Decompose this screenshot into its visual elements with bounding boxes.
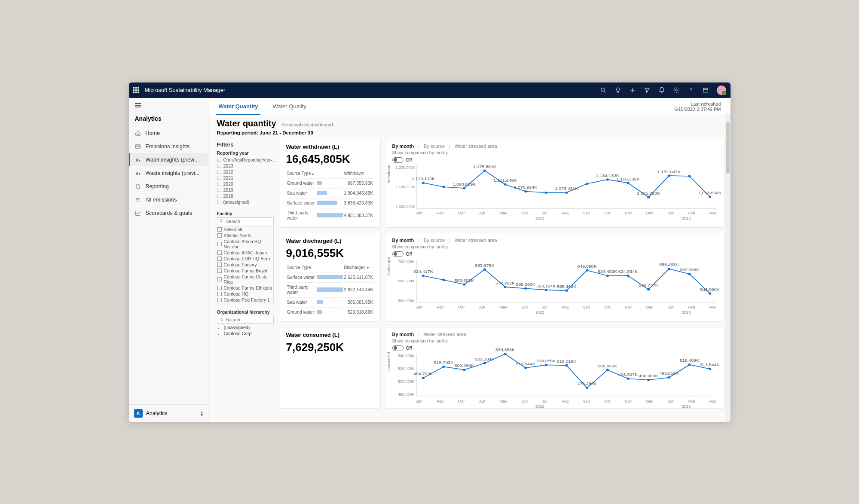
kpi-title: Water discharged (L) <box>286 238 374 244</box>
comparison-toggle[interactable]: Off <box>392 251 718 257</box>
point-label: 490,983K <box>639 373 658 378</box>
point-label: 513,544K <box>516 361 535 366</box>
plus-icon[interactable] <box>629 87 636 94</box>
point-label: 1,111,649K <box>493 178 517 182</box>
year-option-1[interactable]: 2023 <box>217 163 274 169</box>
facility-option-10[interactable]: Contoso Pod Factory 1 <box>217 297 273 303</box>
sidebar-item-5[interactable]: All emissions <box>129 193 208 206</box>
facility-list[interactable]: Select allAtlantic YardsContoso Africa H… <box>217 226 274 303</box>
sidebar-item-1[interactable]: Emissions insights <box>129 140 208 153</box>
facility-option-8[interactable]: Contoso Farms Ethiopia <box>217 285 273 291</box>
source-table: Source Type ▴Withdrawn Ground water997,5… <box>286 170 374 223</box>
facility-option-9[interactable]: Contoso HQ <box>217 291 273 297</box>
sidebar-item-0[interactable]: Home <box>129 126 208 140</box>
facility-option-4[interactable]: Contoso EUR HQ Bern <box>217 256 273 262</box>
user-avatar[interactable] <box>717 86 726 95</box>
org-item-1[interactable]: ⌄Contoso Corp <box>217 330 274 336</box>
reporting-period: Reporting period: June 21 - December 30 <box>217 130 722 135</box>
year-option-2[interactable]: 2022 <box>217 169 274 175</box>
sidebar-item-6[interactable]: Scorecards & goals <box>129 206 208 220</box>
data-point <box>627 377 629 379</box>
svg-point-0 <box>601 88 604 91</box>
svg-rect-11 <box>138 158 138 161</box>
year-option-6[interactable]: 2018 <box>217 193 274 199</box>
facility-option-0[interactable]: Select all <box>217 226 273 232</box>
sidebar-item-4[interactable]: Reporting <box>129 180 208 193</box>
svg-rect-15 <box>139 173 140 175</box>
x-ticks: JanFebMarAprMayJunJulAugSepOctNovDecJanF… <box>416 399 716 403</box>
facility-option-2[interactable]: Contoso Africa HQ Nairobi <box>217 238 273 250</box>
comparison-toggle[interactable]: Off <box>392 157 718 163</box>
chart-tab[interactable]: Water stressed area <box>455 144 497 149</box>
chart-tab[interactable]: By month <box>392 238 414 243</box>
year-option-5[interactable]: 2019 <box>217 187 274 193</box>
facility-option-11[interactable]: Contoso Pod Factory 2 <box>217 303 273 303</box>
chart-tab[interactable]: Water stressed area <box>424 332 466 337</box>
sidebar-item-2[interactable]: Water insights (previ... <box>129 153 208 166</box>
footer-badge: A <box>134 409 143 418</box>
facility-option-1[interactable]: Atlantic Yards <box>217 232 273 238</box>
tab-0[interactable]: Water Quantity <box>216 101 261 115</box>
point-label: 1,053,534K <box>698 190 722 195</box>
filter-icon[interactable] <box>644 87 651 94</box>
data-point <box>627 182 629 184</box>
sidebar-item-3[interactable]: Waste insights (previ... <box>129 166 208 180</box>
facility-option-7[interactable]: Contoso Farms Costa Rica <box>217 274 273 285</box>
chevron-updown-icon[interactable]: ▴▾ <box>201 410 203 416</box>
point-label: 583,901K <box>454 278 474 282</box>
facility-search[interactable]: Search <box>217 217 274 225</box>
filter-year-label: Reporting year <box>217 150 274 156</box>
help-icon[interactable] <box>688 87 694 94</box>
data-point <box>708 292 711 294</box>
lightbulb-icon[interactable] <box>614 87 621 94</box>
card-row: Water withdrawn (L)16,645,805KSource Typ… <box>280 139 724 228</box>
year-option-4[interactable]: 2020 <box>217 181 274 187</box>
app-launcher-icon[interactable] <box>133 87 139 93</box>
point-label: 560,737K <box>639 283 658 287</box>
data-point <box>688 175 691 177</box>
chart-tab[interactable]: By month <box>392 332 414 337</box>
scrollbar[interactable] <box>725 113 731 422</box>
card-row: Water discharged (L)9,016,555KSource Typ… <box>280 233 724 322</box>
bell-icon[interactable] <box>658 87 665 94</box>
chevron-down-icon: ⌄ <box>217 325 220 330</box>
bars-icon <box>135 156 141 163</box>
kpi-value: 16,645,805K <box>286 153 374 166</box>
facility-option-5[interactable]: Contoso Factory <box>217 262 273 268</box>
checkbox-icon <box>217 200 221 204</box>
chart-tab[interactable]: By month <box>392 144 414 149</box>
facility-option-3[interactable]: Contoso APAC Japan <box>217 250 273 256</box>
scrollbar-thumb[interactable] <box>726 122 730 174</box>
lines-icon <box>135 196 141 203</box>
data-point <box>586 387 588 389</box>
chart-tab[interactable]: Water stressed area <box>455 238 497 243</box>
chart-tab[interactable]: By source <box>424 238 445 243</box>
checkbox-icon <box>217 164 221 168</box>
toggle-switch <box>392 157 404 163</box>
facility-option-6[interactable]: Contoso Farms Brazil <box>217 268 273 274</box>
chart-tabs: By month|By source|Water stressed area <box>392 144 718 149</box>
year-option-7[interactable]: (unassigned) <box>217 199 274 205</box>
org-item-0[interactable]: ⌄(unassigned) <box>217 324 274 330</box>
point-label: 624,417K <box>413 269 433 274</box>
org-search[interactable]: Search <box>217 316 274 324</box>
sidebar-footer[interactable]: A Analytics ▴▾ <box>129 404 208 422</box>
source-table: Source Type Discharged ▾Surface water2,6… <box>286 264 374 317</box>
comparison-toggle[interactable]: Off <box>392 345 718 351</box>
hamburger-icon[interactable] <box>129 98 208 113</box>
chart-tab[interactable]: By source <box>424 144 445 149</box>
search-icon[interactable] <box>600 87 607 94</box>
settings-icon[interactable] <box>673 87 680 94</box>
x-ticks: JanFebMarAprMayJunJulAugSepOctNovDecJanF… <box>416 211 716 215</box>
checkbox-icon <box>217 182 221 186</box>
year-option-3[interactable]: 2021 <box>217 175 274 181</box>
kpi-card: Water withdrawn (L)16,645,805KSource Typ… <box>280 139 381 228</box>
chart-card: By month|Water stressed areaShow compari… <box>386 327 724 409</box>
tab-1[interactable]: Water Quality <box>270 101 309 115</box>
checkbox-icon <box>217 176 221 180</box>
year-option-0[interactable]: ChrisTestReportingYear-... <box>217 157 274 163</box>
point-label: 1,152,047K <box>657 169 681 174</box>
table-row: Sea water586,581.95K <box>287 297 373 306</box>
point-label: 632,638K <box>679 268 699 272</box>
panel-icon[interactable] <box>702 87 709 94</box>
